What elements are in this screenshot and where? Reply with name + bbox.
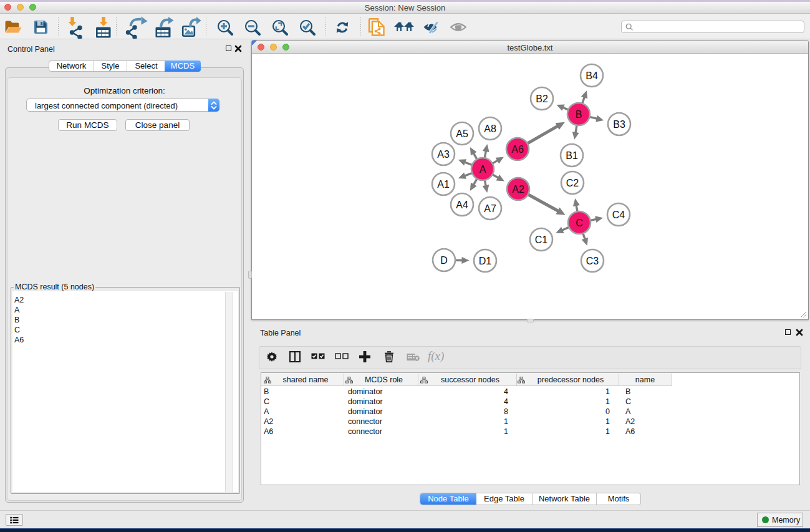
svg-text:A5: A5 — [456, 128, 468, 139]
svg-text:A2: A2 — [512, 184, 524, 195]
svg-text:A1: A1 — [437, 179, 450, 190]
svg-text:A4: A4 — [456, 200, 468, 210]
svg-text:C3: C3 — [586, 256, 599, 266]
svg-text:B3: B3 — [613, 119, 625, 130]
svg-text:B: B — [576, 109, 582, 120]
svg-text:C: C — [576, 218, 583, 228]
svg-text:D1: D1 — [479, 256, 492, 266]
svg-text:B1: B1 — [566, 150, 578, 161]
svg-text:D: D — [440, 255, 448, 266]
svg-text:B2: B2 — [536, 94, 548, 104]
svg-text:A3: A3 — [437, 149, 450, 160]
svg-text:C1: C1 — [535, 235, 548, 245]
svg-text:B4: B4 — [586, 70, 598, 81]
svg-text:A: A — [480, 164, 486, 175]
svg-text:C2: C2 — [566, 178, 579, 188]
svg-text:C4: C4 — [612, 210, 625, 220]
svg-text:A7: A7 — [484, 203, 496, 214]
svg-text:A6: A6 — [511, 144, 524, 155]
svg-text:A8: A8 — [484, 123, 496, 134]
